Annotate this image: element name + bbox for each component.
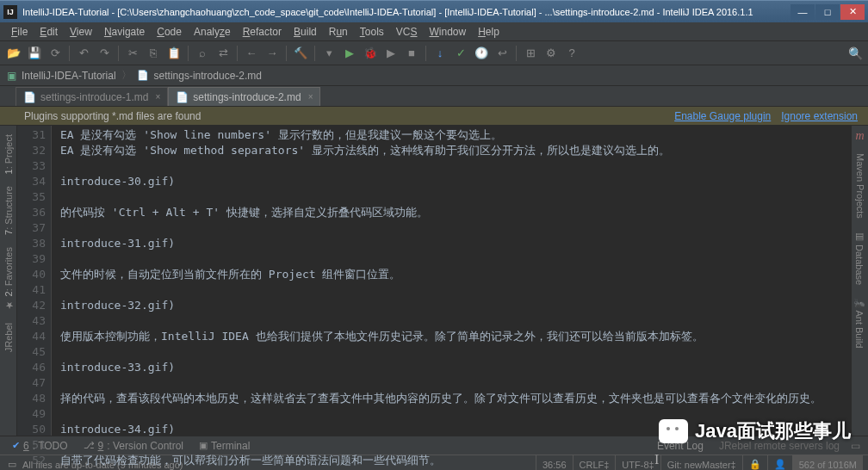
menu-tools[interactable]: Tools <box>354 24 390 40</box>
tab-settings-introduce-2[interactable]: 📄 settings-introduce-2.md × <box>168 87 320 106</box>
run-icon[interactable]: ▶ <box>341 45 358 62</box>
menu-refactor[interactable]: Refactor <box>237 24 288 40</box>
tool-structure[interactable]: 7: Structure <box>2 181 16 240</box>
back-icon[interactable]: ← <box>243 45 260 62</box>
left-tool-strip: 1: Project 7: Structure ★ 2: Favorites J… <box>0 126 17 436</box>
notification-message: Plugins supporting *.md files are found <box>24 110 664 122</box>
menu-window[interactable]: Window <box>423 24 472 40</box>
right-tool-strip: m Maven Projects ▤ Database 🐜 Ant Build <box>851 126 868 436</box>
stop-icon[interactable]: ■ <box>403 45 420 62</box>
close-tab-icon[interactable]: × <box>308 92 313 102</box>
editor-tabs: 📄 settings-introduce-1.md × 📄 settings-i… <box>0 86 868 107</box>
menu-navigate[interactable]: Navigate <box>98 24 151 40</box>
structure-icon[interactable]: ⊞ <box>522 45 539 62</box>
window-controls: — □ ✕ <box>790 4 865 20</box>
menu-help[interactable]: Help <box>472 24 505 40</box>
tab-label: settings-introduce-1.md <box>40 91 148 103</box>
settings-icon[interactable]: ⚙ <box>542 45 560 62</box>
file-icon: 📄 <box>137 70 149 81</box>
toolbar: 📂 💾 ⟳ ↶ ↷ ✂ ⎘ 📋 ⌕ ⇄ ← → 🔨 ▾ ▶ 🐞 ▶ ■ ↓ ✓ … <box>0 41 868 65</box>
main-area: 1: Project 7: Structure ★ 2: Favorites J… <box>0 126 868 436</box>
menu-run[interactable]: Run <box>323 24 354 40</box>
cut-icon[interactable]: ✂ <box>124 45 141 62</box>
save-icon[interactable]: 💾 <box>26 45 43 62</box>
run-config-icon[interactable]: ▾ <box>320 45 338 62</box>
maximize-button[interactable]: □ <box>815 4 840 20</box>
search-everywhere-icon[interactable]: 🔍 <box>848 46 863 60</box>
close-button[interactable]: ✕ <box>840 4 865 20</box>
menu-file[interactable]: File <box>5 24 34 40</box>
code-area[interactable]: EA 是没有勾选 'Show line numbers' 显示行数的，但是我建议… <box>52 126 851 436</box>
editor[interactable]: 3132333435363738394041424344454647484950… <box>17 126 851 436</box>
file-icon: 📄 <box>176 91 189 103</box>
text-cursor-icon: I <box>654 452 659 467</box>
forward-icon[interactable]: → <box>264 45 281 62</box>
help-icon[interactable]: ? <box>563 45 580 62</box>
tool-favorites[interactable]: ★ 2: Favorites <box>1 242 16 316</box>
breadcrumb-project[interactable]: IntelliJ-IDEA-Tutorial <box>22 70 116 82</box>
gutter: 3132333435363738394041424344454647484950… <box>17 126 52 436</box>
menu-edit[interactable]: Edit <box>34 24 64 40</box>
window-title: IntelliJ-IDEA-Tutorial - [C:\Users\zhang… <box>22 7 790 17</box>
breadcrumb-sep: 〉 <box>121 68 132 83</box>
copy-icon[interactable]: ⎘ <box>145 45 162 62</box>
menu-vcs[interactable]: VCS <box>390 24 424 40</box>
tool-jrebel[interactable]: JRebel <box>2 318 16 357</box>
menu-code[interactable]: Code <box>151 24 188 40</box>
redo-icon[interactable]: ↷ <box>96 45 113 62</box>
minimize-button[interactable]: — <box>790 4 815 20</box>
build-icon[interactable]: 🔨 <box>292 45 309 62</box>
open-icon[interactable]: 📂 <box>5 45 22 62</box>
tab-label: settings-introduce-2.md <box>193 91 301 103</box>
breadcrumb-file[interactable]: settings-introduce-2.md <box>154 70 262 82</box>
vcs-update-icon[interactable]: ↓ <box>431 45 449 62</box>
vcs-commit-icon[interactable]: ✓ <box>452 45 469 62</box>
maven-icon[interactable]: m <box>855 129 864 143</box>
window-titlebar: IJ IntelliJ-IDEA-Tutorial - [C:\Users\zh… <box>0 0 868 22</box>
replace-icon[interactable]: ⇄ <box>214 45 232 62</box>
tool-ant[interactable]: 🐜 Ant Build <box>852 292 867 353</box>
breadcrumb: ▣ IntelliJ-IDEA-Tutorial 〉 📄 settings-in… <box>0 65 868 86</box>
vcs-revert-icon[interactable]: ↩ <box>493 45 511 62</box>
tab-settings-introduce-1[interactable]: 📄 settings-introduce-1.md × <box>16 87 168 106</box>
paste-icon[interactable]: 📋 <box>165 45 183 62</box>
notification-bar: Plugins supporting *.md files are found … <box>0 107 868 126</box>
debug-icon[interactable]: 🐞 <box>362 45 379 62</box>
find-icon[interactable]: ⌕ <box>194 45 211 62</box>
tool-project[interactable]: 1: Project <box>2 129 16 179</box>
tool-maven[interactable]: Maven Projects <box>853 148 867 224</box>
coverage-icon[interactable]: ▶ <box>382 45 400 62</box>
file-icon: 📄 <box>23 91 36 103</box>
undo-icon[interactable]: ↶ <box>75 45 92 62</box>
sync-icon[interactable]: ⟳ <box>46 45 64 62</box>
tool-database[interactable]: ▤ Database <box>852 226 867 290</box>
menu-view[interactable]: View <box>64 24 98 40</box>
close-tab-icon[interactable]: × <box>155 92 160 102</box>
project-icon: ▣ <box>7 70 16 82</box>
vcs-history-icon[interactable]: 🕐 <box>473 45 490 62</box>
ignore-extension-link[interactable]: Ignore extension <box>781 110 858 122</box>
menu-build[interactable]: Build <box>288 24 323 40</box>
app-icon: IJ <box>3 5 17 19</box>
menu-analyze[interactable]: Analyze <box>188 24 237 40</box>
enable-plugin-link[interactable]: Enable Gauge plugin <box>674 110 771 122</box>
menubar: File Edit View Navigate Code Analyze Ref… <box>0 22 868 41</box>
